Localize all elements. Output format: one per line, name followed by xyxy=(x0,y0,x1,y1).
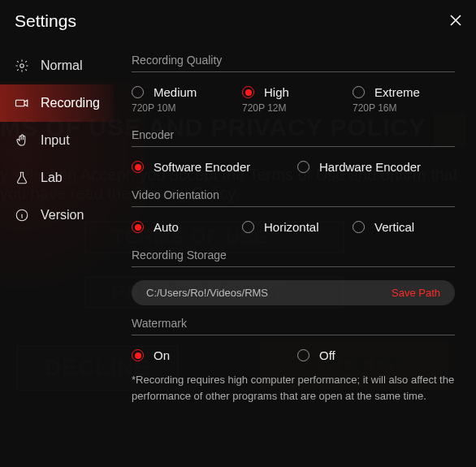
recording-note: *Recording requires high computer perfor… xyxy=(132,372,455,404)
radio-icon xyxy=(132,221,144,233)
quality-options: Medium 720P 10M High 720P 12M xyxy=(132,85,455,114)
save-path-button[interactable]: Save Path xyxy=(392,287,440,299)
watermark-option-on[interactable]: On xyxy=(132,348,289,362)
settings-scroll[interactable]: Recording Quality Medium 720P 10M High xyxy=(132,47,466,459)
watermark-option-off[interactable]: Off xyxy=(297,348,455,362)
option-label: High xyxy=(264,85,289,99)
option-label: Software Encoder xyxy=(154,160,250,174)
section-title-storage: Recording Storage xyxy=(132,249,455,262)
watermark-options: On Off xyxy=(132,348,455,362)
section-title-encoder: Encoder xyxy=(132,128,455,141)
option-label: Horizontal xyxy=(264,220,319,234)
close-icon xyxy=(450,15,461,26)
close-button[interactable] xyxy=(450,13,461,30)
settings-overlay: Settings Normal Recording xyxy=(0,0,476,467)
settings-sidebar: Normal Recording Input Lab xyxy=(0,42,114,467)
sidebar-item-label: Normal xyxy=(41,58,83,73)
radio-icon xyxy=(353,86,365,98)
radio-icon xyxy=(132,161,144,173)
svg-point-0 xyxy=(20,64,24,68)
sidebar-item-recording[interactable]: Recording xyxy=(0,84,114,122)
sidebar-item-label: Input xyxy=(41,133,70,148)
info-icon xyxy=(15,208,29,223)
radio-icon xyxy=(353,221,365,233)
radio-icon xyxy=(242,86,254,98)
quality-option-high[interactable]: High 720P 12M xyxy=(242,85,344,114)
option-label: Hardware Encoder xyxy=(319,160,421,174)
sidebar-item-input[interactable]: Input xyxy=(0,122,114,159)
option-label: Auto xyxy=(154,220,179,234)
divider xyxy=(132,71,455,72)
divider xyxy=(132,335,455,335)
sidebar-item-label: Recording xyxy=(41,96,100,110)
option-label: Extreme xyxy=(374,85,420,99)
orientation-option-vertical[interactable]: Vertical xyxy=(353,220,455,234)
quality-option-extreme[interactable]: Extreme 720P 16M xyxy=(353,85,455,114)
section-title-orientation: Video Orientation xyxy=(132,188,455,201)
option-label: On xyxy=(154,348,170,362)
encoder-option-software[interactable]: Software Encoder xyxy=(132,160,289,174)
orientation-options: Auto Horizontal Vertical xyxy=(132,220,455,234)
settings-title: Settings xyxy=(15,11,76,31)
orientation-option-auto[interactable]: Auto xyxy=(132,220,234,234)
encoder-option-hardware[interactable]: Hardware Encoder xyxy=(297,160,455,174)
storage-path-text: C:/Users/Ro!/Videos/RMS xyxy=(146,287,392,299)
sidebar-item-lab[interactable]: Lab xyxy=(0,159,114,197)
sidebar-item-normal[interactable]: Normal xyxy=(0,47,114,84)
storage-path-row: C:/Users/Ro!/Videos/RMS Save Path xyxy=(132,280,455,305)
divider xyxy=(132,206,455,207)
radio-icon xyxy=(297,161,309,173)
flask-icon xyxy=(15,171,29,185)
svg-rect-1 xyxy=(16,100,25,106)
divider xyxy=(132,146,455,147)
sidebar-item-label: Lab xyxy=(41,171,63,185)
settings-panel: Recording Quality Medium 720P 10M High xyxy=(114,42,476,467)
option-label: Vertical xyxy=(374,220,414,234)
sidebar-item-version[interactable]: Version xyxy=(0,197,114,234)
option-sublabel: 720P 16M xyxy=(353,102,455,114)
option-sublabel: 720P 10M xyxy=(132,102,234,114)
hand-icon xyxy=(15,133,29,148)
option-label: Medium xyxy=(154,85,197,99)
section-title-quality: Recording Quality xyxy=(132,54,455,67)
divider xyxy=(132,266,455,267)
encoder-options: Software Encoder Hardware Encoder xyxy=(132,160,455,174)
radio-icon xyxy=(242,221,254,233)
option-sublabel: 720P 12M xyxy=(242,102,344,114)
radio-icon xyxy=(132,349,144,361)
radio-icon xyxy=(297,349,309,361)
quality-option-medium[interactable]: Medium 720P 10M xyxy=(132,85,234,114)
orientation-option-horizontal[interactable]: Horizontal xyxy=(242,220,344,234)
settings-header: Settings xyxy=(0,0,476,42)
option-label: Off xyxy=(319,348,335,362)
section-title-watermark: Watermark xyxy=(132,317,455,330)
gear-icon xyxy=(15,58,29,73)
sidebar-item-label: Version xyxy=(41,208,84,223)
camera-icon xyxy=(15,96,29,110)
radio-icon xyxy=(132,86,144,98)
